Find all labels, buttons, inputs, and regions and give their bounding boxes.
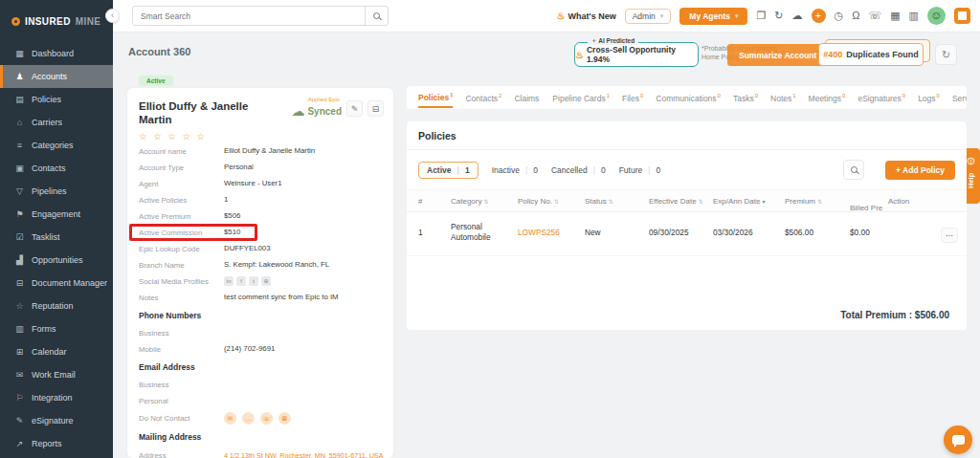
refresh-button[interactable]: ↻: [935, 44, 957, 65]
opportunities-icon: ▟: [14, 255, 25, 265]
help-tab[interactable]: Help: [967, 148, 980, 204]
quick-add-button[interactable]: +: [812, 9, 826, 23]
sidebar-item-integration[interactable]: ⚐Integration: [0, 386, 113, 409]
policy-row[interactable]: 1 Personal Automobile LOWPS256 New 09/30…: [407, 212, 967, 256]
col-exp-ann-date[interactable]: Exp/Ann Date: [713, 197, 765, 206]
field-label: Epic Lookup Code: [139, 245, 212, 253]
cross-sell-widget[interactable]: Cross-Sell Opportunity 1.94%: [574, 42, 699, 67]
sidebar-item-carriers[interactable]: ⌂Carriers: [0, 111, 113, 134]
tab-policies[interactable]: Policies1: [418, 87, 453, 109]
reputation-icon: ☆: [14, 301, 25, 311]
sidebar-collapse-button[interactable]: ‹: [105, 9, 120, 23]
tab-logs[interactable]: Logs0: [918, 88, 940, 108]
app-logo[interactable]: INSUREDMINE: [0, 0, 113, 42]
add-policy-button[interactable]: + Add Policy: [885, 161, 955, 180]
sidebar-item-work-email[interactable]: ✉Work Email: [0, 363, 113, 386]
sidebar-item-categories[interactable]: ≡Categories: [0, 134, 113, 157]
tab-tasks[interactable]: Tasks0: [733, 88, 758, 108]
sync-icon[interactable]: ↻: [774, 11, 783, 21]
dnc-call-icon[interactable]: ☏: [260, 412, 273, 425]
filter-active[interactable]: Active1: [418, 162, 479, 179]
row-actions-button[interactable]: ···: [941, 228, 958, 243]
cross-sell-label: Cross-Sell Opportunity 1.94%: [587, 45, 698, 64]
insuredmine-logo-icon[interactable]: [954, 8, 970, 24]
address-link[interactable]: 4 1/2 13th St NW, Rochester, MN, 55901-6…: [212, 452, 383, 458]
sidebar-item-accounts[interactable]: ♟Accounts: [0, 65, 113, 88]
sidebar-item-opportunities[interactable]: ▟Opportunities: [0, 249, 113, 272]
field-row-address: Address4 1/2 13th St NW, Rochester, MN, …: [127, 447, 393, 458]
col-policy-no[interactable]: Policy No.: [518, 197, 559, 206]
tab-claims[interactable]: Claims: [514, 88, 540, 108]
duplicates-found-button[interactable]: #400 Duplicates Found: [818, 43, 924, 66]
tab-esignatures[interactable]: eSignatures0: [858, 88, 905, 108]
tab-communications[interactable]: Communications0: [656, 88, 721, 108]
calendar-icon: ⊞: [14, 347, 25, 357]
dnc-sms-icon[interactable]: ⊠: [278, 412, 291, 425]
facebook-icon[interactable]: f: [236, 276, 246, 286]
work-email-icon: ✉: [14, 370, 25, 380]
clock-icon[interactable]: ◷: [835, 11, 844, 21]
sidebar-item-pipelines[interactable]: ▽Pipelines: [0, 180, 113, 203]
account-name-title: Elliot Duffy & Janelle Martin: [139, 100, 282, 127]
tab-contacts[interactable]: Contacts2: [465, 88, 501, 108]
reports-icon: ↗: [14, 439, 25, 448]
sidebar-item-document-manager[interactable]: ⊟Document Manager: [0, 272, 113, 294]
device-icon[interactable]: ▥: [909, 11, 919, 21]
website-globe-icon[interactable]: ⊕: [261, 276, 271, 286]
linkedin-icon[interactable]: in: [224, 276, 234, 286]
col-effective-date[interactable]: Effective Date: [649, 197, 703, 206]
col-premium[interactable]: Premium: [785, 197, 822, 206]
search-input[interactable]: [133, 7, 365, 25]
sidebar-item-reputation[interactable]: ☆Reputation: [0, 294, 113, 317]
col-action: Action: [888, 197, 909, 206]
filter-future[interactable]: Future0: [619, 165, 661, 175]
sidebar-item-calendar[interactable]: ⊞Calendar: [0, 340, 113, 363]
delete-account-button[interactable]: ⊟: [368, 100, 384, 117]
filter-cancelled[interactable]: Cancelled0: [551, 165, 606, 175]
field-value: $506: [212, 212, 240, 221]
chat-widget-button[interactable]: [944, 425, 972, 454]
twitter-icon[interactable]: t: [249, 276, 258, 286]
policy-search-button[interactable]: [843, 160, 864, 180]
field-label: Branch Name: [139, 261, 212, 270]
admin-dropdown[interactable]: Admin: [625, 9, 672, 24]
sidebar-item-dashboard[interactable]: ▦Dashboard: [0, 42, 113, 65]
sidebar-item-tasklist[interactable]: ☑Tasklist: [0, 226, 113, 249]
sidebar-item-forms[interactable]: ▥Forms: [0, 317, 113, 340]
sidebar-item-engagement[interactable]: ⚑Engagement: [0, 203, 113, 226]
sidebar-item-policies[interactable]: ▤Policies: [0, 88, 113, 111]
tab-pipeline-cards[interactable]: Pipeline Cards1: [552, 88, 610, 108]
tab-meetings[interactable]: Meetings0: [809, 88, 846, 108]
cell-effective-date: 09/30/2025: [649, 228, 689, 237]
field-row-active-premium: Active Premium$506: [127, 208, 393, 225]
tab-servicing-contacts[interactable]: Servicing Contacts: [952, 88, 967, 108]
cell-policy-no-link[interactable]: LOWPS256: [518, 228, 560, 237]
chip-icon[interactable]: ▦: [890, 11, 900, 21]
carriers-icon: ⌂: [14, 118, 25, 127]
sidebar-item-esignature[interactable]: ✎eSignature: [0, 409, 113, 432]
col-status[interactable]: Status: [585, 197, 613, 206]
col-category[interactable]: Category: [451, 197, 489, 206]
summarize-account-button[interactable]: Summarize Account: [727, 44, 828, 66]
dnc-chat-icon[interactable]: …: [242, 412, 255, 425]
tab-files[interactable]: Files0: [622, 88, 643, 108]
dnc-email-icon[interactable]: ✉: [224, 412, 236, 425]
window-search-icon[interactable]: ❐: [756, 11, 766, 21]
search-button[interactable]: [365, 7, 388, 25]
phone-icon[interactable]: ☏: [868, 11, 881, 21]
edit-account-button[interactable]: ✎: [346, 100, 363, 117]
tab-notes[interactable]: Notes1: [770, 88, 796, 108]
whats-new-link[interactable]: What's New: [557, 11, 616, 21]
sidebar-item-contacts[interactable]: ▣Contacts: [0, 157, 113, 180]
policies-table-header: # Category Policy No. Status Effective D…: [407, 189, 967, 212]
bell-icon[interactable]: Ω: [852, 11, 859, 21]
my-agents-button[interactable]: My Agents: [679, 8, 747, 25]
account-rating-stars[interactable]: ☆ ☆ ☆ ☆ ☆: [127, 127, 393, 143]
field-row-social-media: Social Media Profiles in f t ⊕: [127, 273, 393, 290]
cloud-icon[interactable]: ☁: [792, 11, 803, 21]
user-avatar[interactable]: ☺: [927, 7, 946, 25]
tab-count: 0: [842, 93, 845, 98]
field-label: Active Policies: [139, 196, 212, 205]
filter-inactive[interactable]: Inactive0: [492, 165, 538, 175]
sidebar-item-reports[interactable]: ↗Reports: [0, 432, 113, 455]
